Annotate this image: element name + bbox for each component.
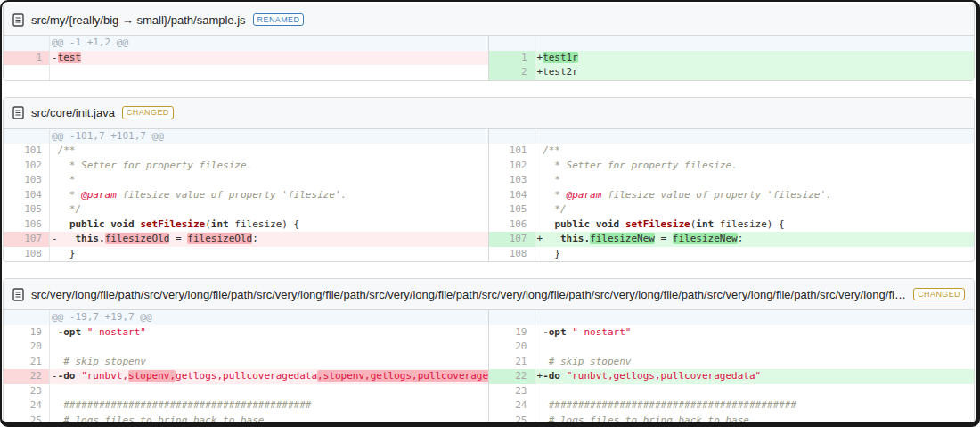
hunk-row [489, 36, 975, 51]
word-diff-highlight: test1r [543, 52, 578, 63]
file-header[interactable]: src/my/{really/big → small}/path/sample.… [4, 4, 974, 36]
code-line: } [535, 247, 975, 262]
line-number[interactable]: 101 [489, 144, 535, 159]
code-line: } [50, 247, 488, 262]
file-icon [12, 13, 24, 27]
code-token: ( [205, 218, 211, 230]
line-number[interactable]: 1 [489, 51, 535, 66]
code-token [52, 356, 58, 367]
line-number[interactable]: 22 [489, 369, 535, 384]
code-line: - this.filesizeOld = filesizeOld; [50, 232, 488, 247]
code-line: * [50, 173, 488, 188]
file-diff-card: src/core/init.java CHANGED @@ -101,7 +10… [3, 97, 975, 263]
line-number[interactable]: 104 [489, 188, 535, 203]
line-number[interactable]: 25 [489, 414, 535, 427]
diff-row: 105 */ [4, 202, 488, 218]
diff-row: 23 [4, 384, 488, 399]
code-token: /** [543, 144, 560, 156]
diff-pane-left: @@ -19,7 +19,7 @@19 -opt "-nostart"2021 … [4, 310, 489, 427]
code-token [52, 144, 58, 156]
code-token: filesize) { [229, 218, 299, 230]
line-number[interactable]: 22 [4, 369, 50, 384]
line-number[interactable]: 106 [489, 218, 535, 233]
hunk-row [489, 129, 975, 144]
line-number [4, 129, 50, 144]
line-number[interactable]: 101 [4, 144, 50, 159]
diff-row: 106 public void setFilesize(int filesize… [4, 218, 488, 233]
diff-row: 24 #####################################… [4, 398, 488, 414]
diff-row: 108 } [4, 247, 488, 262]
file-status-badge: CHANGED [122, 106, 174, 119]
line-number[interactable]: 105 [4, 202, 50, 218]
code-line: /** [535, 144, 975, 159]
line-number[interactable]: 19 [489, 325, 535, 341]
code-token [560, 370, 567, 382]
code-token [52, 415, 58, 426]
diff-row: 107+ this.filesizeNew = filesizeNew; [489, 232, 975, 247]
code-token: # skip stopenv [543, 356, 631, 367]
file-header[interactable]: src/core/init.java CHANGED [4, 98, 974, 129]
code-line [50, 340, 488, 355]
hunk-header [535, 129, 975, 144]
code-line: # skip stopenv [535, 355, 975, 370]
code-token [537, 218, 555, 230]
line-number [489, 36, 535, 51]
line-number[interactable]: 108 [4, 247, 50, 262]
line-number[interactable]: 23 [4, 384, 50, 399]
line-number[interactable]: 107 [4, 232, 50, 247]
code-token: /** [58, 144, 76, 156]
code-token: - [52, 52, 58, 63]
code-token: * Setter for property filesize. [58, 160, 253, 171]
line-number[interactable]: 23 [489, 384, 535, 399]
code-line: public void setFilesize(int filesize) { [50, 218, 488, 233]
line-number[interactable]: 21 [4, 355, 50, 370]
diff-row: 24 #####################################… [489, 398, 975, 414]
line-number[interactable]: 102 [489, 159, 535, 174]
code-line: -opt "-nostart" [50, 325, 488, 341]
code-token [52, 203, 58, 215]
code-line: public void setFilesize(int filesize) { [535, 218, 975, 233]
line-number[interactable]: 102 [4, 159, 50, 174]
file-diff-card: src/my/{really/big → small}/path/sample.… [3, 4, 975, 81]
line-number[interactable]: 105 [489, 202, 535, 218]
diff-row: 19 -opt "-nostart" [489, 325, 975, 341]
hunk-header: @@ -101,7 +101,7 @@ [50, 129, 488, 144]
code-token: - [52, 370, 58, 382]
file-header[interactable]: src/very/long/file/path/src/very/long/fi… [4, 279, 974, 310]
code-token: @param [81, 189, 117, 201]
word-diff-highlight: filesizeOld [187, 233, 252, 244]
line-number[interactable]: 103 [489, 173, 535, 188]
code-token [543, 233, 560, 244]
line-number[interactable]: 21 [489, 355, 535, 370]
line-number[interactable]: 1 [4, 51, 50, 66]
code-token: getlogs,pullcoveragedata [176, 370, 317, 382]
line-number[interactable]: 19 [4, 325, 50, 341]
code-token: public [69, 218, 105, 230]
code-line: ########################################… [50, 398, 488, 414]
diff-list: src/my/{really/big → small}/path/sample.… [2, 2, 976, 427]
line-number[interactable]: 2 [489, 65, 535, 80]
line-number[interactable]: 24 [4, 398, 50, 414]
code-token: int [696, 218, 714, 230]
code-token: int [211, 218, 229, 230]
line-number[interactable]: 107 [489, 232, 535, 247]
file-path: src/core/init.java [31, 106, 115, 119]
line-number[interactable]: 106 [4, 218, 50, 233]
code-token: ########################################… [58, 399, 312, 411]
line-number[interactable]: 108 [489, 247, 535, 262]
line-number[interactable]: 24 [489, 398, 535, 414]
code-line [535, 340, 975, 355]
line-number[interactable]: 20 [4, 340, 50, 355]
code-token [81, 326, 87, 338]
diff-row: 106 public void setFilesize(int filesize… [489, 218, 975, 233]
line-number[interactable]: 25 [4, 414, 50, 427]
code-token: = [169, 233, 187, 244]
line-number[interactable]: 20 [489, 340, 535, 355]
code-token: # logs files to bring back to base [58, 415, 265, 426]
code-token: setFilesize [625, 218, 690, 230]
line-number[interactable]: 104 [4, 188, 50, 203]
code-token: * Setter for property filesize. [543, 160, 738, 171]
line-number[interactable]: 103 [4, 173, 50, 188]
code-line: -opt "-nostart" [535, 325, 975, 341]
code-token: * [58, 189, 82, 201]
